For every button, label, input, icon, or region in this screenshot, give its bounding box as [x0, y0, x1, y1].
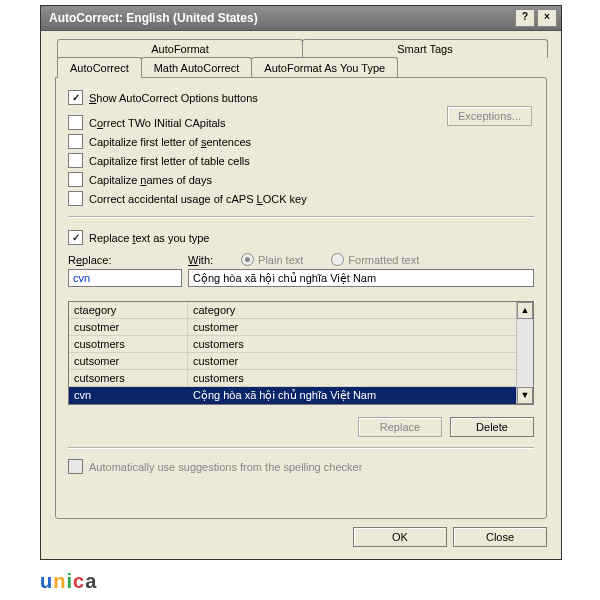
- with-cell: customers: [188, 370, 516, 386]
- tab-autoformat[interactable]: AutoFormat: [57, 39, 303, 58]
- scroll-down-icon[interactable]: ▼: [517, 387, 533, 404]
- table-row[interactable]: cutsomercustomer: [69, 352, 516, 369]
- label-auto-suggest: Automatically use suggestions from the s…: [89, 461, 362, 473]
- label-replace: Replace:: [68, 254, 178, 266]
- label-with: With:: [188, 254, 213, 266]
- scroll-up-icon[interactable]: ▲: [517, 302, 533, 319]
- label-first-table: Capitalize first letter of table cells: [89, 155, 250, 167]
- with-input[interactable]: [188, 269, 534, 287]
- titlebar: AutoCorrect: English (United States) ? ×: [41, 6, 561, 31]
- delete-button[interactable]: Delete: [450, 417, 534, 437]
- replace-button[interactable]: Replace: [358, 417, 442, 437]
- label-replace-as-type: Replace text as you type: [89, 232, 209, 244]
- window-title: AutoCorrect: English (United States): [49, 11, 258, 25]
- tab-row-back: AutoFormat Smart Tags: [57, 39, 547, 57]
- replace-cell: cvn: [69, 387, 188, 404]
- checkbox-caps-lock[interactable]: [68, 191, 83, 206]
- table-row[interactable]: ctaegorycategory: [69, 302, 516, 318]
- radio-formatted-text: Formatted text: [331, 253, 419, 266]
- table-row[interactable]: cutsomerscustomers: [69, 369, 516, 386]
- replace-cell: ctaegory: [69, 302, 188, 318]
- autocorrect-dialog: AutoCorrect: English (United States) ? ×…: [40, 5, 562, 560]
- scrollbar[interactable]: ▲ ▼: [516, 302, 533, 404]
- label-first-sentence: Capitalize first letter of sentences: [89, 136, 251, 148]
- radio-plain-text: Plain text: [241, 253, 303, 266]
- tab-content: SShow AutoCorrect Options buttonshow Aut…: [55, 77, 547, 519]
- tab-autocorrect[interactable]: AutoCorrect: [57, 57, 142, 78]
- replace-cell: cutsomer: [69, 353, 188, 369]
- replace-input[interactable]: [68, 269, 182, 287]
- table-row[interactable]: cvnCộng hòa xã hội chủ nghĩa Việt Nam: [69, 386, 516, 404]
- replace-cell: cusotmer: [69, 319, 188, 335]
- unica-logo: unica: [40, 570, 97, 593]
- tab-smart-tags[interactable]: Smart Tags: [302, 39, 548, 58]
- tab-row-front: AutoCorrect Math AutoCorrect AutoFormat …: [57, 57, 547, 78]
- checkbox-replace-as-type[interactable]: [68, 230, 83, 245]
- exceptions-button[interactable]: Exceptions...: [447, 106, 532, 126]
- checkbox-auto-suggest: [68, 459, 83, 474]
- label-show-options: SShow AutoCorrect Options buttonshow Aut…: [89, 92, 258, 104]
- with-cell: Cộng hòa xã hội chủ nghĩa Việt Nam: [188, 387, 516, 404]
- close-icon[interactable]: ×: [537, 9, 557, 27]
- checkbox-show-options[interactable]: [68, 90, 83, 105]
- checkbox-names-days[interactable]: [68, 172, 83, 187]
- tab-autoformat-type[interactable]: AutoFormat As You Type: [251, 57, 398, 78]
- checkbox-two-caps[interactable]: [68, 115, 83, 130]
- replace-cell: cusotmers: [69, 336, 188, 352]
- titlebar-buttons: ? ×: [515, 9, 557, 27]
- label-names-days: Capitalize names of days: [89, 174, 212, 186]
- checkbox-first-table[interactable]: [68, 153, 83, 168]
- with-cell: customer: [188, 353, 516, 369]
- table-row[interactable]: cusotmerscustomers: [69, 335, 516, 352]
- with-cell: customer: [188, 319, 516, 335]
- replace-cell: cutsomers: [69, 370, 188, 386]
- label-caps-lock: Correct accidental usage of cAPS LOCK ke…: [89, 193, 307, 205]
- close-button[interactable]: Close: [453, 527, 547, 547]
- with-cell: category: [188, 302, 516, 318]
- ok-button[interactable]: OK: [353, 527, 447, 547]
- help-button[interactable]: ?: [515, 9, 535, 27]
- replacement-list[interactable]: ctaegorycategorycusotmercustomercusotmer…: [68, 301, 534, 405]
- with-cell: customers: [188, 336, 516, 352]
- tab-math-autocorrect[interactable]: Math AutoCorrect: [141, 57, 253, 78]
- checkbox-first-sentence[interactable]: [68, 134, 83, 149]
- label-two-caps: Correct TWo INitial CApitals: [89, 117, 226, 129]
- table-row[interactable]: cusotmercustomer: [69, 318, 516, 335]
